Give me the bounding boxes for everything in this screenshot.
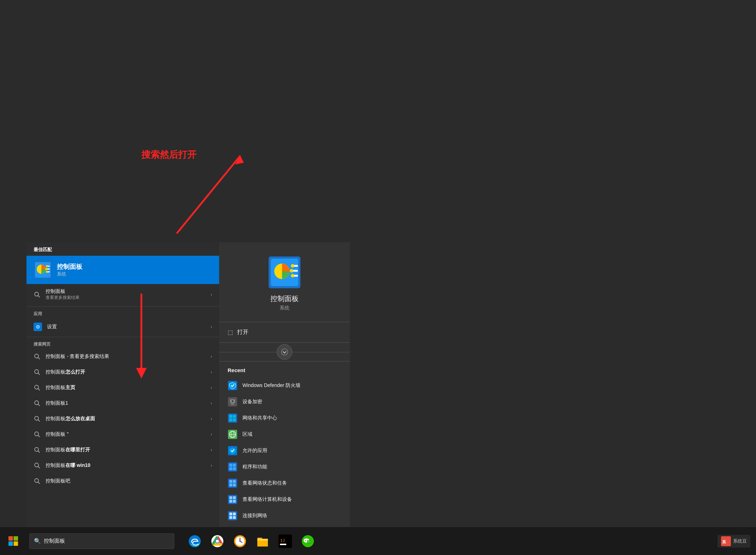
programs-icon (228, 462, 238, 472)
taskbar-edge[interactable] (185, 531, 205, 551)
app-preview: 控制面板 系统 (219, 242, 350, 322)
expand-section (219, 342, 350, 362)
search-icon (34, 369, 41, 376)
search-all-row[interactable]: 控制面板 查看更多搜索结果 › (27, 284, 219, 305)
best-match-subtitle: 系统 (57, 271, 82, 277)
svg-rect-83 (8, 536, 13, 541)
allow-apps-icon (228, 446, 238, 456)
recent-item-6[interactable]: 查看网络状态和任务 (228, 475, 341, 491)
recent-item-label: 查看网络计算机和设备 (242, 496, 292, 503)
taskbar-clock-app[interactable] (230, 531, 250, 551)
svg-line-26 (38, 467, 40, 468)
taskbar-search[interactable]: 🔍 控制面板 (29, 533, 174, 549)
web-search-item-0[interactable]: 控制面板 - 查看更多搜索结果 › (27, 349, 219, 364)
search-icon (34, 400, 41, 407)
recent-item-2[interactable]: 网络和共享中心 (228, 410, 341, 426)
open-label: 打开 (237, 329, 248, 336)
svg-line-10 (38, 295, 40, 297)
network-status-icon (228, 478, 238, 488)
web-search-label: 搜索网页 (27, 339, 219, 349)
taskbar-wechat[interactable] (298, 531, 318, 551)
clock-icon (233, 534, 247, 548)
chevron-right-icon: › (211, 432, 212, 437)
expand-line2 (292, 352, 350, 352)
taskbar-file-explorer[interactable] (253, 531, 272, 551)
svg-rect-69 (229, 496, 232, 499)
recent-item-1[interactable]: 设备加密 (228, 394, 341, 410)
open-action-button[interactable]: ⬚ 打开 (219, 322, 350, 342)
search-icon (34, 478, 41, 485)
app-name-large: 控制面板 (270, 294, 299, 303)
svg-line-18 (38, 404, 40, 406)
taskbar-ide[interactable]: IJ (275, 531, 295, 551)
web-search-item-2[interactable]: 控制面板主页 › (27, 380, 219, 395)
svg-rect-70 (233, 496, 236, 499)
start-button[interactable] (0, 527, 27, 555)
svg-rect-49 (233, 418, 236, 421)
recent-section: Recent Windows Defender 防火墙 (219, 362, 350, 527)
svg-point-37 (291, 274, 294, 278)
web-search-item-7[interactable]: 控制面板在哪 win10 › (27, 458, 219, 473)
svg-rect-77 (229, 516, 232, 519)
defender-icon (228, 381, 238, 391)
recent-title: Recent (228, 367, 341, 373)
web-search-item-5[interactable]: 控制面板 '' › (27, 427, 219, 442)
wechat-icon (301, 534, 315, 548)
svg-rect-46 (229, 415, 232, 418)
best-match-title: 控制面板 (57, 262, 82, 271)
svg-rect-75 (229, 513, 232, 515)
search-icon (34, 446, 41, 453)
web-search-item-6[interactable]: 控制面板在哪里打开 › (27, 442, 219, 458)
settings-row[interactable]: ⚙ 设置 › (27, 318, 219, 335)
chevron-right-icon: › (211, 324, 212, 329)
chevron-right-icon: › (211, 447, 212, 452)
svg-point-106 (305, 540, 306, 541)
recent-item-5[interactable]: 程序和功能 (228, 459, 341, 475)
recent-item-label: 设备加密 (242, 399, 262, 405)
svg-point-35 (291, 264, 294, 268)
recent-item-3[interactable]: 区域 (228, 426, 341, 443)
svg-point-43 (232, 400, 234, 402)
svg-rect-64 (233, 480, 236, 483)
web-search-item-4[interactable]: 控制面板怎么放在桌面 › (27, 411, 219, 427)
search-bar-text: 控制面板 (44, 538, 65, 544)
search-icon (34, 353, 41, 360)
recent-item-4[interactable]: 允许的应用 (228, 443, 341, 459)
search-bar-icon: 🔍 (34, 538, 41, 544)
svg-rect-78 (233, 516, 236, 519)
web-search-item-8[interactable]: 控制面板吧 (27, 473, 219, 489)
recent-item-0[interactable]: Windows Defender 防火墙 (228, 377, 341, 394)
svg-point-91 (216, 540, 219, 543)
recent-item-8[interactable]: 连接到网络 (228, 508, 341, 524)
taskbar: 🔍 控制面板 (0, 527, 756, 555)
connect-network-icon (228, 511, 238, 521)
svg-rect-72 (233, 500, 236, 503)
taskbar-chrome[interactable] (207, 531, 227, 551)
taskbar-apps: IJ (185, 531, 318, 551)
svg-point-108 (307, 540, 311, 543)
search-icon (34, 431, 41, 438)
recent-item-label: 连接到网络 (242, 513, 267, 519)
svg-rect-102 (280, 544, 286, 545)
svg-line-16 (38, 389, 40, 391)
chevron-right-icon: › (211, 385, 212, 390)
web-search-item-3[interactable]: 控制面板1 › (27, 395, 219, 411)
network-computers-icon (228, 495, 238, 504)
recent-item-label: 网络和共享中心 (242, 415, 277, 421)
windows-logo-icon (8, 536, 18, 546)
expand-line (219, 352, 277, 352)
svg-rect-71 (229, 500, 232, 503)
recent-item-7[interactable]: 查看网络计算机和设备 (228, 491, 341, 508)
svg-rect-63 (229, 480, 232, 483)
svg-point-6 (46, 265, 48, 267)
svg-line-24 (38, 451, 40, 453)
chrome-icon (211, 534, 224, 548)
search-results-panel: 最佳匹配 (27, 242, 219, 527)
chevron-right-icon: › (211, 401, 212, 406)
recent-item-label: Windows Defender 防火墙 (242, 382, 300, 389)
svg-rect-76 (233, 513, 236, 515)
best-match-item[interactable]: 控制面板 系统 (27, 256, 219, 284)
external-link-icon: ⬚ (228, 329, 233, 336)
expand-button[interactable] (277, 344, 292, 360)
web-search-item-1[interactable]: 控制面板怎么打开 › (27, 364, 219, 380)
